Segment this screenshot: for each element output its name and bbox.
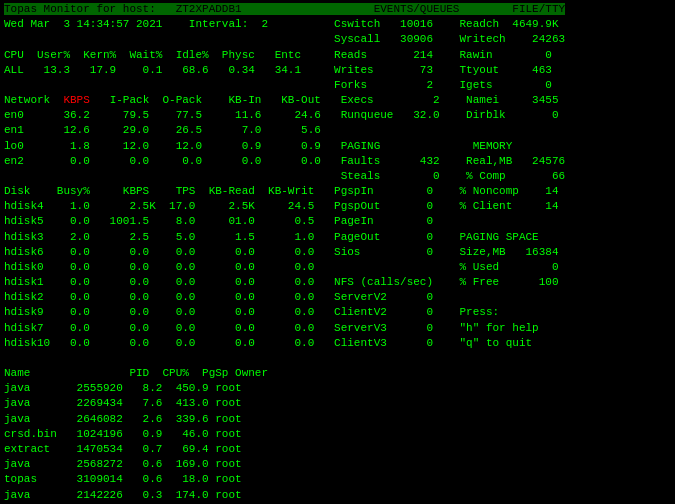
topas-output: Topas Monitor for host: ZT2XPADDB1 EVENT… [4, 2, 671, 504]
main-screen: Topas Monitor for host: ZT2XPADDB1 EVENT… [0, 0, 675, 504]
